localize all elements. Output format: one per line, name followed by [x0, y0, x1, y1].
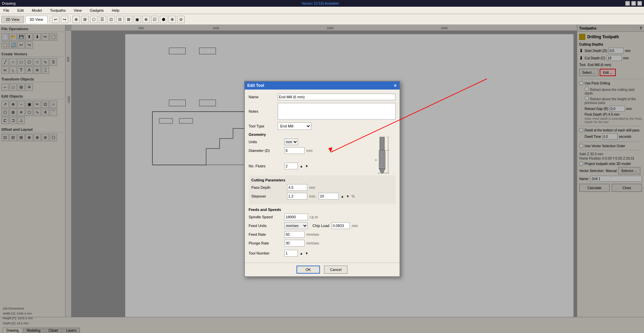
pass-depth-unit: mm [309, 185, 315, 189]
pass-depth-row: Pass Depth mm [251, 184, 393, 191]
flutes-input[interactable] [284, 163, 298, 169]
modal-title-bar: Edit Tool × [245, 81, 400, 90]
endmill-svg: D [374, 137, 390, 174]
geometry-content: Units mm Diameter (D) mm [249, 138, 396, 172]
tool-type-row: Tool Type End Mill [249, 122, 396, 130]
name-input[interactable] [278, 94, 396, 100]
tool-num-spinner-up[interactable]: ▲ [300, 252, 303, 255]
menu-edit[interactable]: Edit [15, 8, 26, 13]
geometry-section: Geometry Units mm Diameter (D) [249, 132, 396, 172]
tool-number-label: Tool Number [249, 251, 282, 255]
feed-rate-label: Feed Rate [249, 232, 282, 236]
stepover-mm-unit: mm [309, 194, 315, 198]
toolbar-btn-3[interactable]: ⊕ [73, 16, 80, 23]
pass-depth-label: Pass Depth [251, 185, 285, 189]
toolbar-btn-13[interactable]: ⬢ [160, 16, 167, 23]
toolbar-sep-2 [70, 16, 71, 22]
diameter-input[interactable] [284, 147, 305, 154]
modal-ok-btn[interactable]: OK [296, 266, 320, 274]
tab-2d-view[interactable]: 2D View [1, 16, 24, 23]
tool-num-spinner-down[interactable]: ▼ [305, 252, 308, 255]
spindle-input[interactable] [284, 214, 308, 220]
feed-units-select[interactable]: mm/sec [284, 222, 308, 229]
toolbar-sep [50, 16, 50, 22]
menu-help[interactable]: Help [110, 8, 122, 13]
svg-rect-4 [380, 137, 384, 150]
menu-gadgets[interactable]: Gadgets [88, 8, 106, 13]
maximize-btn[interactable]: □ [631, 1, 636, 6]
modal-title-text: Edit Tool [247, 83, 264, 88]
chip-load-label: Chip Load [313, 224, 329, 228]
flutes-spinner-up[interactable]: ▲ [300, 164, 303, 168]
stepover-pct-unit: % [352, 194, 355, 198]
feeds-title: Feeds and Speeds [249, 208, 396, 212]
flutes-spinner-down[interactable]: ▼ [305, 164, 308, 168]
name-field: Name [249, 94, 396, 100]
minimize-btn[interactable]: _ [625, 1, 630, 6]
plunge-rate-unit: mm/sec [307, 241, 320, 245]
toolbar-btn-11[interactable]: ⊕ [142, 16, 150, 23]
units-row: Units mm [249, 138, 365, 145]
toolbar-btn-10[interactable]: ▣ [134, 16, 141, 23]
window-controls: _ □ × [625, 1, 642, 6]
modal-footer: OK Cancel [245, 263, 400, 276]
toolbar-btn-8[interactable]: ⊟ [116, 16, 124, 23]
modal-cancel-btn[interactable]: Cancel [324, 266, 348, 274]
tool-number-input[interactable] [284, 250, 298, 257]
toolbar-btn-4[interactable]: ⊞ [81, 16, 89, 23]
toolbar-btn-7[interactable]: ⊡ [107, 16, 115, 23]
pass-depth-input[interactable] [287, 184, 307, 191]
modal-close-btn[interactable]: × [394, 83, 397, 88]
geometry-title: Geometry [249, 132, 396, 136]
toolbar-btn-2[interactable]: ↪ [61, 16, 68, 23]
stepover-pct-input[interactable] [319, 193, 339, 200]
title-bar: Drawing Version 10.515 Available! _ □ × [0, 0, 644, 7]
toolbar-btn-5[interactable]: ⬡ [90, 16, 97, 23]
stepover-spinner-down[interactable]: ▼ [346, 195, 350, 198]
diameter-label: Diameter (D) [249, 149, 282, 153]
toolbar-btn-6[interactable]: ☰ [99, 16, 106, 23]
modal-body: Name Notes Tool Type End Mill Ge [245, 90, 400, 263]
feed-rate-input[interactable] [284, 231, 305, 238]
toolbar-btn-14[interactable]: ⊗ [169, 16, 176, 23]
chip-load-input[interactable] [331, 222, 350, 229]
toolbar-btn-1[interactable]: ↩ [52, 16, 59, 23]
svg-text:D: D [375, 159, 377, 162]
plunge-rate-label: Plunge Rate [249, 241, 282, 245]
spindle-row: Spindle Speed r.p.m [249, 214, 396, 220]
toolbar: 2D View 3D View ↩ ↪ ⊕ ⊞ ⬡ ☰ ⊡ ⊟ ⊠ ▣ ⊕ ☑ … [0, 14, 644, 25]
stepover-mm-input[interactable] [287, 193, 307, 200]
feed-rate-unit: mm/sec [307, 232, 320, 236]
tool-type-label: Tool Type [249, 124, 276, 128]
diameter-row: Diameter (D) mm [249, 147, 365, 154]
menu-toolpaths[interactable]: Toolpaths [48, 8, 68, 13]
tool-number-row: Tool Number ▲ ▼ [249, 250, 396, 257]
edit-tool-modal: Edit Tool × Name Notes Tool Type [244, 81, 400, 277]
feed-rate-row: Feed Rate mm/sec [249, 231, 396, 238]
chip-load-unit: mm [352, 224, 358, 228]
units-select[interactable]: mm [284, 138, 298, 145]
flutes-label: No. Flutes [249, 164, 282, 168]
notes-textarea[interactable] [278, 103, 396, 120]
flutes-row: No. Flutes ▲ ▼ [249, 163, 365, 169]
close-btn[interactable]: × [637, 1, 642, 6]
toolbar-btn-12[interactable]: ☑ [151, 16, 158, 23]
plunge-rate-input[interactable] [284, 240, 305, 246]
menu-file[interactable]: File [1, 8, 11, 13]
tool-type-select[interactable]: End Mill [278, 122, 311, 130]
version-text: Version 10.515 Available! [302, 2, 339, 5]
diameter-unit: mm [307, 149, 313, 153]
menu-model[interactable]: Model [30, 8, 44, 13]
menu-view[interactable]: View [72, 8, 84, 13]
notes-field: Notes [249, 103, 396, 120]
endmill-illustration: D [369, 138, 396, 172]
spindle-label: Spindle Speed [249, 215, 282, 219]
spacer [249, 156, 365, 163]
feed-units-row: Feed Units mm/sec Chip Load mm [249, 222, 396, 229]
feeds-section: Feeds and Speeds Spindle Speed r.p.m Fee… [249, 208, 396, 246]
toolbar-btn-9[interactable]: ⊠ [125, 16, 132, 23]
modal-overlay: Edit Tool × Name Notes Tool Type [0, 25, 644, 333]
tab-3d-view[interactable]: 3D View [25, 16, 48, 23]
toolbar-btn-15[interactable]: ⊘ [177, 16, 185, 23]
stepover-spinner-up[interactable]: ▲ [341, 195, 344, 198]
